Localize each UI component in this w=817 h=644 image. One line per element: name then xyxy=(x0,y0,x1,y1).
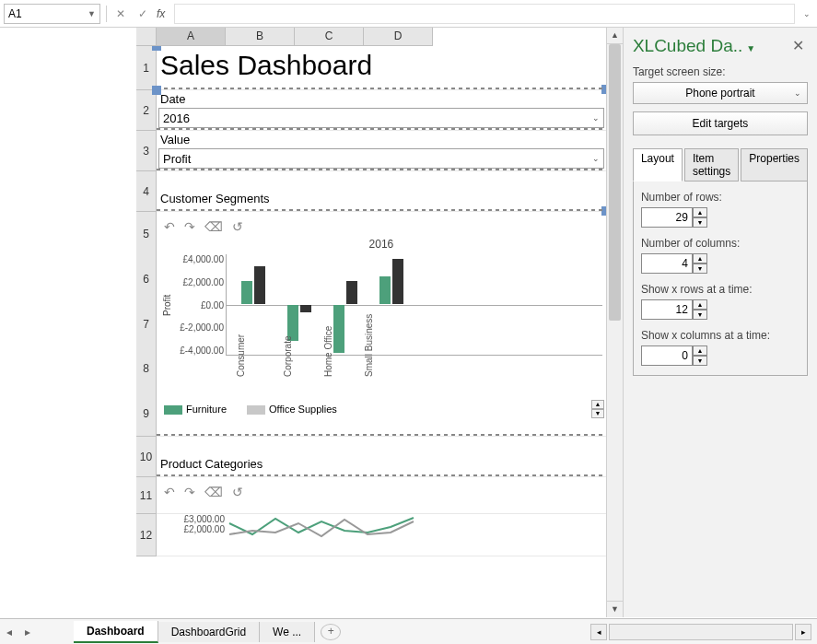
select-all-corner[interactable] xyxy=(136,28,157,46)
date-dropdown[interactable]: 2016 ⌄ xyxy=(158,108,604,128)
panel-title-text: XLCubed Da.. xyxy=(633,36,742,55)
cancel-icon[interactable]: ✕ xyxy=(112,6,129,22)
cell-reference: A1 xyxy=(8,7,22,20)
row-header[interactable]: 7 xyxy=(143,301,149,346)
bar xyxy=(333,305,344,353)
x-category-label: Small Business xyxy=(364,314,374,377)
refresh-icon[interactable]: ↺ xyxy=(232,485,243,499)
sheet-tab-dashboard[interactable]: Dashboard xyxy=(74,621,158,643)
date-value: 2016 xyxy=(163,111,190,125)
ytick: £-4,000.00 xyxy=(174,345,224,356)
legend-scroll[interactable]: ▲▼ xyxy=(591,400,604,418)
tab-nav-prev-icon[interactable]: ◂ xyxy=(0,626,18,638)
row-header[interactable]: 2 xyxy=(136,90,157,131)
target-size-dropdown[interactable]: Phone portrait ⌄ xyxy=(633,82,808,104)
eraser-icon[interactable]: ⌫ xyxy=(204,219,223,234)
close-icon[interactable]: ✕ xyxy=(788,35,808,56)
scroll-right-icon[interactable]: ▸ xyxy=(795,624,811,640)
legend-label: Furniture xyxy=(186,404,227,415)
worksheet-area: A B C D 1 Sales Dashboard xyxy=(0,28,623,617)
scrollbar-thumb[interactable] xyxy=(609,44,621,321)
undo-icon[interactable]: ↶ xyxy=(164,219,175,234)
tab-properties[interactable]: Properties xyxy=(741,148,808,181)
scroll-left-icon[interactable]: ◂ xyxy=(590,624,607,640)
showrows-spinner[interactable]: ▲▼ xyxy=(693,299,707,320)
tab-layout[interactable]: Layout xyxy=(633,148,683,181)
redo-icon[interactable]: ↷ xyxy=(184,485,195,499)
showcols-spinner[interactable]: ▲▼ xyxy=(693,345,707,366)
bar-group: Small Business xyxy=(374,254,416,355)
ytick: £2,000.00 xyxy=(173,524,225,534)
column-header[interactable]: D xyxy=(364,28,433,46)
scrollbar-track[interactable] xyxy=(609,624,793,640)
chevron-down-icon: ⌄ xyxy=(794,88,801,98)
row-header[interactable]: 1 xyxy=(136,46,157,90)
edit-targets-button[interactable]: Edit targets xyxy=(633,111,808,135)
ytick: £2,000.00 xyxy=(174,277,224,287)
row-header[interactable]: 6 xyxy=(143,257,149,302)
redo-icon[interactable]: ↷ xyxy=(184,219,195,234)
row-header[interactable]: 11 xyxy=(136,477,157,514)
rows-input[interactable] xyxy=(641,207,693,228)
row-header[interactable]: 10 xyxy=(136,437,157,477)
scroll-up-icon[interactable]: ▲ xyxy=(607,28,623,44)
cols-spinner[interactable]: ▲▼ xyxy=(693,253,707,274)
undo-icon[interactable]: ↶ xyxy=(164,485,175,499)
chevron-down-icon: ⌄ xyxy=(592,113,600,123)
row-header[interactable]: 3 xyxy=(136,131,157,171)
chart-legend: Furniture Office Supplies ▲▼ xyxy=(157,400,606,418)
showrows-label: Show x rows at a time: xyxy=(641,283,799,296)
showrows-input[interactable] xyxy=(641,299,693,320)
cols-input[interactable] xyxy=(641,253,693,274)
chevron-down-icon: ⌄ xyxy=(592,154,600,163)
formula-input[interactable] xyxy=(174,4,795,24)
fx-label[interactable]: fx xyxy=(157,7,165,20)
plot-area: ConsumerCorporateHome OfficeSmall Busine… xyxy=(226,254,602,356)
vertical-scrollbar[interactable]: ▲ ▼ xyxy=(606,28,623,617)
value-value: Profit xyxy=(163,152,191,166)
section-title-products: Product Categories xyxy=(157,455,606,473)
rows-spinner[interactable]: ▲▼ xyxy=(693,207,707,228)
x-category-label: Home Office xyxy=(323,326,333,377)
xlcubed-panel: XLCubed Da..▼ ✕ Target screen size: Phon… xyxy=(623,28,817,617)
legend-swatch-icon xyxy=(247,405,265,415)
check-icon[interactable]: ✓ xyxy=(134,6,151,22)
line-chart-preview xyxy=(225,514,418,542)
resize-handle-icon[interactable] xyxy=(152,86,161,95)
tab-item-settings[interactable]: Item settings xyxy=(684,148,739,181)
tab-nav-next-icon[interactable]: ▸ xyxy=(18,626,37,638)
panel-title[interactable]: XLCubed Da..▼ xyxy=(633,36,755,56)
x-category-label: Consumer xyxy=(236,334,246,377)
column-header[interactable]: A xyxy=(157,28,226,46)
scroll-down-icon[interactable]: ▼ xyxy=(607,601,623,617)
ytick: £4,000.00 xyxy=(174,254,224,264)
row-header[interactable]: 8 xyxy=(143,346,149,392)
sheet-tab-truncated[interactable]: We ... xyxy=(260,622,315,642)
row-header[interactable]: 5 xyxy=(143,212,149,257)
column-header[interactable]: C xyxy=(295,28,364,46)
horizontal-scrollbar[interactable]: ◂ ▸ xyxy=(341,624,817,640)
add-sheet-icon[interactable]: + xyxy=(321,624,341,640)
name-box[interactable]: A1 ▼ xyxy=(4,4,100,24)
row-header[interactable]: 12 xyxy=(136,514,157,556)
showcols-input[interactable] xyxy=(641,345,693,366)
cols-label: Number of columns: xyxy=(641,237,799,250)
bar xyxy=(241,281,252,304)
column-header[interactable]: B xyxy=(226,28,295,46)
resize-handle-icon[interactable] xyxy=(152,46,161,51)
row-header[interactable]: 9 xyxy=(143,391,149,436)
bar xyxy=(346,281,357,304)
rows-label: Number of rows: xyxy=(641,191,799,204)
y-axis-label: Profit xyxy=(160,254,174,356)
eraser-icon[interactable]: ⌫ xyxy=(204,485,223,499)
expand-formula-icon[interactable]: ⌄ xyxy=(800,9,813,18)
sheet-tab-dashboardgrid[interactable]: DashboardGrid xyxy=(158,622,260,642)
separator xyxy=(106,6,107,22)
row-header[interactable]: 4 xyxy=(136,171,157,212)
refresh-icon[interactable]: ↺ xyxy=(232,219,243,234)
bar xyxy=(300,305,311,312)
value-dropdown[interactable]: Profit ⌄ xyxy=(158,148,604,169)
chart-title: 2016 xyxy=(160,238,602,251)
panel-tabs: Layout Item settings Properties xyxy=(633,148,808,181)
bar xyxy=(379,276,391,304)
